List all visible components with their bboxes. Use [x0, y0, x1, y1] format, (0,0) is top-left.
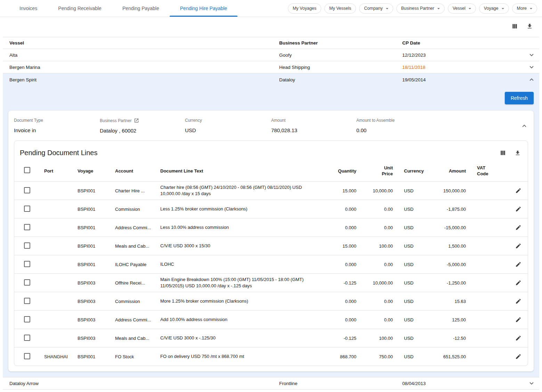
chevron-down-icon: [500, 6, 506, 11]
line-unit-price: 100.00: [362, 336, 393, 341]
row-checkbox[interactable]: [24, 279, 30, 286]
edit-icon[interactable]: [515, 224, 521, 231]
vessel-row[interactable]: Dataloy Arrow Frontline 08/04/2013: [3, 377, 539, 390]
line-currency: USD: [398, 299, 426, 304]
line-currency: USD: [398, 280, 426, 286]
line-text: Main Engine Breakdown 100% (15:00 (GMT) …: [160, 274, 319, 292]
line-currency: USD: [398, 207, 426, 212]
chevron-down-icon[interactable]: [528, 51, 535, 59]
tab[interactable]: Pending Payable: [112, 0, 170, 17]
chevron-up-icon[interactable]: [520, 122, 528, 130]
document-card: Document Type Invoice in Business Partne…: [8, 111, 534, 371]
chevron-down-icon: [467, 6, 473, 11]
line-unit-price: 750.00: [362, 354, 393, 359]
row-checkbox[interactable]: [24, 261, 30, 267]
line-quantity: -0.125: [325, 336, 356, 341]
tab[interactable]: Invoices: [9, 0, 48, 17]
line-currency: USD: [398, 262, 426, 267]
line-amount: -1,250.00: [432, 280, 466, 286]
document-line-row: BSPI001 Charter Hire ... Charter hire (0…: [14, 181, 528, 200]
lines-table-header: Port Voyage Account Document Line Text Q…: [14, 160, 528, 181]
edit-icon[interactable]: [515, 261, 521, 267]
line-text: Add 10.00% address commission: [160, 314, 319, 326]
select-all-checkbox[interactable]: [24, 167, 30, 173]
line-unit-price: 0.00: [362, 317, 393, 322]
row-checkbox[interactable]: [24, 353, 30, 359]
edit-icon[interactable]: [515, 317, 521, 323]
line-unit-price: 10,000.00: [362, 188, 393, 193]
port-column-header: Port: [44, 168, 72, 174]
line-voyage: BSPI001: [78, 354, 110, 359]
document-line-row: BSPI003 Meals and Cab... C/V/E USD 3000 …: [14, 329, 528, 347]
line-text: C/V/E USD 3000 x 15/30: [160, 240, 319, 252]
line-unit-price: 0.00: [362, 262, 393, 267]
filter-chip[interactable]: My Vessels: [324, 3, 356, 14]
refresh-button[interactable]: Refresh: [505, 92, 534, 104]
line-text: C/V/E USD 3000 x -.125/30: [160, 332, 319, 344]
download-button[interactable]: [514, 149, 521, 157]
columns-button[interactable]: [511, 22, 519, 30]
columns-button[interactable]: [499, 149, 507, 157]
vessel-column-header: Vessel: [9, 40, 279, 46]
vessel-row[interactable]: Bergen Spirit Dataloy 19/05/2014: [3, 73, 539, 86]
edit-icon[interactable]: [515, 243, 521, 249]
tab-label: Pending Hire Payable: [180, 6, 227, 11]
chevron-down-icon[interactable]: [528, 379, 535, 387]
business-partner-name: Goofy: [279, 53, 402, 58]
cp-date: 19/05/2014: [402, 77, 524, 82]
row-checkbox[interactable]: [24, 298, 30, 304]
tab[interactable]: Pending Hire Payable: [170, 0, 237, 17]
row-checkbox[interactable]: [24, 206, 30, 212]
edit-icon[interactable]: [515, 298, 521, 304]
filter-chip[interactable]: Voyage: [479, 3, 509, 14]
chevron-down-icon: [384, 6, 390, 11]
document-type-value: Invoice in: [14, 127, 100, 133]
row-checkbox[interactable]: [24, 242, 30, 249]
line-voyage: BSPI001: [78, 207, 110, 212]
line-text: Charter hire (08:56 (GMT) 24/10/2020 - 0…: [160, 182, 319, 200]
chevron-down-icon[interactable]: [528, 63, 535, 71]
line-amount: 125.00: [432, 317, 466, 322]
vessel-name: Bergen Marina: [9, 65, 279, 70]
line-unit-price: 0.00: [362, 225, 393, 230]
row-checkbox[interactable]: [24, 335, 30, 341]
refresh-row: Refresh: [3, 86, 539, 104]
tab[interactable]: Pending Receivable: [48, 0, 112, 17]
vessel-row[interactable]: Alta Goofy 12/12/2023: [3, 49, 539, 61]
line-text: ILOHC: [160, 258, 319, 270]
edit-icon[interactable]: [515, 280, 521, 286]
row-checkbox[interactable]: [24, 187, 30, 193]
top-bar: Invoices Pending Receivable Pending Paya…: [0, 0, 542, 17]
edit-icon[interactable]: [515, 335, 521, 341]
vessel-name: Bergen Spirit: [9, 77, 279, 82]
columns-icon: [500, 150, 506, 156]
unit-price-column-header: Unit Price: [378, 165, 393, 177]
vessel-row[interactable]: Bergen Marina Head Shipping 18/11/2018: [3, 61, 539, 73]
document-summary: Document Type Invoice in Business Partne…: [8, 111, 534, 141]
line-voyage: BSPI003: [78, 317, 110, 322]
document-line-row: BSPI003 Commission More 1.25% broker com…: [14, 292, 528, 310]
line-text: FO on delivery USD 750 /mt x 868.700 mt: [160, 351, 319, 362]
edit-icon[interactable]: [515, 353, 521, 360]
document-line-text-column-header: Document Line Text: [160, 168, 319, 174]
line-currency: USD: [398, 243, 426, 249]
line-unit-price: 0.00: [362, 299, 393, 304]
edit-icon[interactable]: [515, 187, 521, 194]
filter-chip[interactable]: My Voyages: [288, 3, 321, 14]
open-in-new-icon[interactable]: [134, 118, 139, 123]
edit-icon[interactable]: [515, 206, 521, 212]
row-checkbox[interactable]: [24, 224, 30, 230]
quantity-column-header: Quantity: [325, 168, 356, 174]
filter-chip[interactable]: Business Partner: [396, 3, 445, 14]
line-amount: 1,500.00: [432, 243, 466, 249]
filter-chip[interactable]: More: [512, 3, 537, 14]
filter-chip-label: Company: [364, 6, 383, 11]
filter-chip[interactable]: Company: [359, 3, 393, 14]
row-checkbox[interactable]: [24, 316, 30, 322]
filter-chip[interactable]: Vessel: [448, 3, 476, 14]
line-quantity: -0.125: [325, 280, 356, 286]
download-button[interactable]: [526, 22, 534, 30]
line-account: Address Commi...: [115, 317, 155, 322]
amount-value: 780,028.13: [271, 127, 356, 133]
chevron-up-icon[interactable]: [528, 76, 535, 83]
